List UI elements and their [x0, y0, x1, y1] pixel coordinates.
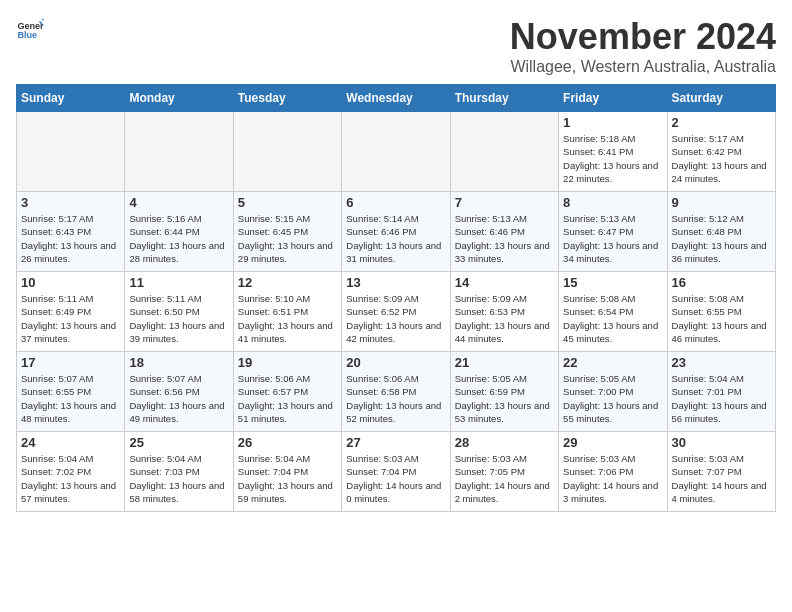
day-info: Sunrise: 5:03 AM Sunset: 7:04 PM Dayligh… — [346, 452, 445, 505]
day-number: 19 — [238, 355, 337, 370]
day-number: 7 — [455, 195, 554, 210]
subtitle: Willagee, Western Australia, Australia — [510, 58, 776, 76]
day-info: Sunrise: 5:17 AM Sunset: 6:42 PM Dayligh… — [672, 132, 771, 185]
day-number: 15 — [563, 275, 662, 290]
day-info: Sunrise: 5:17 AM Sunset: 6:43 PM Dayligh… — [21, 212, 120, 265]
day-number: 27 — [346, 435, 445, 450]
calendar-cell: 2Sunrise: 5:17 AM Sunset: 6:42 PM Daylig… — [667, 112, 775, 192]
day-info: Sunrise: 5:11 AM Sunset: 6:49 PM Dayligh… — [21, 292, 120, 345]
calendar-cell: 7Sunrise: 5:13 AM Sunset: 6:46 PM Daylig… — [450, 192, 558, 272]
day-info: Sunrise: 5:14 AM Sunset: 6:46 PM Dayligh… — [346, 212, 445, 265]
calendar-cell: 5Sunrise: 5:15 AM Sunset: 6:45 PM Daylig… — [233, 192, 341, 272]
calendar-cell — [450, 112, 558, 192]
day-number: 16 — [672, 275, 771, 290]
calendar-cell — [233, 112, 341, 192]
day-info: Sunrise: 5:11 AM Sunset: 6:50 PM Dayligh… — [129, 292, 228, 345]
calendar-cell: 17Sunrise: 5:07 AM Sunset: 6:55 PM Dayli… — [17, 352, 125, 432]
calendar-cell: 18Sunrise: 5:07 AM Sunset: 6:56 PM Dayli… — [125, 352, 233, 432]
calendar-week-3: 17Sunrise: 5:07 AM Sunset: 6:55 PM Dayli… — [17, 352, 776, 432]
day-number: 12 — [238, 275, 337, 290]
calendar-cell: 9Sunrise: 5:12 AM Sunset: 6:48 PM Daylig… — [667, 192, 775, 272]
day-info: Sunrise: 5:09 AM Sunset: 6:53 PM Dayligh… — [455, 292, 554, 345]
day-number: 9 — [672, 195, 771, 210]
day-number: 22 — [563, 355, 662, 370]
calendar-cell: 6Sunrise: 5:14 AM Sunset: 6:46 PM Daylig… — [342, 192, 450, 272]
day-number: 28 — [455, 435, 554, 450]
calendar-cell: 25Sunrise: 5:04 AM Sunset: 7:03 PM Dayli… — [125, 432, 233, 512]
day-number: 3 — [21, 195, 120, 210]
calendar-cell: 16Sunrise: 5:08 AM Sunset: 6:55 PM Dayli… — [667, 272, 775, 352]
main-title: November 2024 — [510, 16, 776, 58]
calendar-cell: 30Sunrise: 5:03 AM Sunset: 7:07 PM Dayli… — [667, 432, 775, 512]
calendar-cell: 12Sunrise: 5:10 AM Sunset: 6:51 PM Dayli… — [233, 272, 341, 352]
day-number: 18 — [129, 355, 228, 370]
calendar-cell: 19Sunrise: 5:06 AM Sunset: 6:57 PM Dayli… — [233, 352, 341, 432]
day-number: 23 — [672, 355, 771, 370]
day-number: 21 — [455, 355, 554, 370]
day-info: Sunrise: 5:08 AM Sunset: 6:54 PM Dayligh… — [563, 292, 662, 345]
day-info: Sunrise: 5:03 AM Sunset: 7:06 PM Dayligh… — [563, 452, 662, 505]
day-info: Sunrise: 5:05 AM Sunset: 7:00 PM Dayligh… — [563, 372, 662, 425]
day-number: 5 — [238, 195, 337, 210]
day-info: Sunrise: 5:16 AM Sunset: 6:44 PM Dayligh… — [129, 212, 228, 265]
calendar-cell: 1Sunrise: 5:18 AM Sunset: 6:41 PM Daylig… — [559, 112, 667, 192]
day-number: 8 — [563, 195, 662, 210]
header-tuesday: Tuesday — [233, 85, 341, 112]
day-info: Sunrise: 5:09 AM Sunset: 6:52 PM Dayligh… — [346, 292, 445, 345]
calendar-cell: 8Sunrise: 5:13 AM Sunset: 6:47 PM Daylig… — [559, 192, 667, 272]
calendar-table: SundayMondayTuesdayWednesdayThursdayFrid… — [16, 84, 776, 512]
day-number: 6 — [346, 195, 445, 210]
day-info: Sunrise: 5:04 AM Sunset: 7:04 PM Dayligh… — [238, 452, 337, 505]
day-info: Sunrise: 5:07 AM Sunset: 6:56 PM Dayligh… — [129, 372, 228, 425]
day-info: Sunrise: 5:12 AM Sunset: 6:48 PM Dayligh… — [672, 212, 771, 265]
day-number: 14 — [455, 275, 554, 290]
day-number: 17 — [21, 355, 120, 370]
day-info: Sunrise: 5:03 AM Sunset: 7:07 PM Dayligh… — [672, 452, 771, 505]
logo: General Blue — [16, 16, 44, 44]
calendar-cell: 26Sunrise: 5:04 AM Sunset: 7:04 PM Dayli… — [233, 432, 341, 512]
day-info: Sunrise: 5:18 AM Sunset: 6:41 PM Dayligh… — [563, 132, 662, 185]
calendar-week-0: 1Sunrise: 5:18 AM Sunset: 6:41 PM Daylig… — [17, 112, 776, 192]
calendar-cell: 22Sunrise: 5:05 AM Sunset: 7:00 PM Dayli… — [559, 352, 667, 432]
calendar-cell: 14Sunrise: 5:09 AM Sunset: 6:53 PM Dayli… — [450, 272, 558, 352]
day-number: 13 — [346, 275, 445, 290]
calendar-cell: 20Sunrise: 5:06 AM Sunset: 6:58 PM Dayli… — [342, 352, 450, 432]
day-info: Sunrise: 5:06 AM Sunset: 6:57 PM Dayligh… — [238, 372, 337, 425]
calendar-cell: 4Sunrise: 5:16 AM Sunset: 6:44 PM Daylig… — [125, 192, 233, 272]
header-monday: Monday — [125, 85, 233, 112]
day-info: Sunrise: 5:13 AM Sunset: 6:46 PM Dayligh… — [455, 212, 554, 265]
header-friday: Friday — [559, 85, 667, 112]
calendar-cell: 10Sunrise: 5:11 AM Sunset: 6:49 PM Dayli… — [17, 272, 125, 352]
logo-icon: General Blue — [16, 16, 44, 44]
calendar-week-4: 24Sunrise: 5:04 AM Sunset: 7:02 PM Dayli… — [17, 432, 776, 512]
day-number: 29 — [563, 435, 662, 450]
svg-text:Blue: Blue — [17, 30, 37, 40]
calendar-cell: 23Sunrise: 5:04 AM Sunset: 7:01 PM Dayli… — [667, 352, 775, 432]
day-info: Sunrise: 5:03 AM Sunset: 7:05 PM Dayligh… — [455, 452, 554, 505]
day-info: Sunrise: 5:13 AM Sunset: 6:47 PM Dayligh… — [563, 212, 662, 265]
day-info: Sunrise: 5:07 AM Sunset: 6:55 PM Dayligh… — [21, 372, 120, 425]
day-info: Sunrise: 5:08 AM Sunset: 6:55 PM Dayligh… — [672, 292, 771, 345]
day-info: Sunrise: 5:04 AM Sunset: 7:01 PM Dayligh… — [672, 372, 771, 425]
header-thursday: Thursday — [450, 85, 558, 112]
calendar-cell: 29Sunrise: 5:03 AM Sunset: 7:06 PM Dayli… — [559, 432, 667, 512]
day-info: Sunrise: 5:04 AM Sunset: 7:02 PM Dayligh… — [21, 452, 120, 505]
day-number: 4 — [129, 195, 228, 210]
calendar-cell: 3Sunrise: 5:17 AM Sunset: 6:43 PM Daylig… — [17, 192, 125, 272]
calendar-header-row: SundayMondayTuesdayWednesdayThursdayFrid… — [17, 85, 776, 112]
day-info: Sunrise: 5:10 AM Sunset: 6:51 PM Dayligh… — [238, 292, 337, 345]
title-section: November 2024 Willagee, Western Australi… — [510, 16, 776, 76]
header: General Blue November 2024 Willagee, Wes… — [16, 16, 776, 76]
calendar-cell: 15Sunrise: 5:08 AM Sunset: 6:54 PM Dayli… — [559, 272, 667, 352]
day-number: 20 — [346, 355, 445, 370]
day-number: 30 — [672, 435, 771, 450]
header-sunday: Sunday — [17, 85, 125, 112]
calendar-cell — [17, 112, 125, 192]
day-info: Sunrise: 5:15 AM Sunset: 6:45 PM Dayligh… — [238, 212, 337, 265]
calendar-week-1: 3Sunrise: 5:17 AM Sunset: 6:43 PM Daylig… — [17, 192, 776, 272]
calendar-cell — [342, 112, 450, 192]
day-number: 1 — [563, 115, 662, 130]
day-number: 24 — [21, 435, 120, 450]
day-number: 10 — [21, 275, 120, 290]
day-number: 26 — [238, 435, 337, 450]
